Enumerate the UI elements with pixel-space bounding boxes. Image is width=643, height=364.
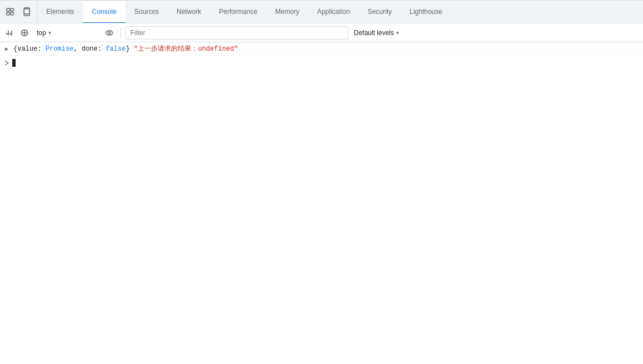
tab-application[interactable]: Application — [308, 1, 359, 23]
console-prompt-icon — [2, 57, 11, 68]
svg-rect-1 — [7, 12, 9, 15]
context-selector[interactable]: top ▾ — [33, 26, 100, 40]
svg-point-10 — [106, 31, 113, 35]
tab-security[interactable]: Security — [359, 1, 401, 23]
inspect-element-button[interactable] — [2, 4, 18, 19]
tab-elements[interactable]: Elements — [37, 1, 83, 23]
tab-memory[interactable]: Memory — [266, 1, 308, 23]
svg-rect-2 — [11, 8, 13, 11]
levels-chevron-icon: ▾ — [396, 30, 399, 36]
svg-rect-0 — [7, 8, 9, 11]
toolbar-icons — [0, 1, 37, 23]
tab-lighthouse[interactable]: Lighthouse — [401, 1, 451, 23]
svg-rect-3 — [11, 12, 13, 15]
console-output: ▶ {value: Promise, done: false} "上一步请求的结… — [0, 42, 643, 364]
device-toggle-button[interactable] — [19, 4, 35, 19]
live-expressions-button[interactable] — [103, 26, 116, 40]
svg-point-11 — [108, 32, 110, 34]
secondary-toolbar: top ▾ Default levels ▾ — [0, 23, 643, 42]
tabs-list: Elements Console Sources Network Perform… — [37, 1, 451, 23]
console-input-line[interactable] — [0, 56, 643, 70]
tab-network[interactable]: Network — [168, 1, 210, 23]
console-cursor — [12, 59, 16, 67]
clear-console-button[interactable] — [18, 26, 31, 40]
tabs-bar: Elements Console Sources Network Perform… — [0, 1, 643, 23]
devtools-panel: Elements Console Sources Network Perform… — [0, 0, 643, 364]
filter-input[interactable] — [125, 26, 348, 40]
console-log-entry: ▶ {value: Promise, done: false} "上一步请求的结… — [0, 42, 643, 56]
toolbar-divider — [120, 28, 121, 38]
step-over-button[interactable] — [2, 26, 16, 40]
levels-selector[interactable]: Default levels ▾ — [350, 26, 402, 40]
context-chevron-icon: ▾ — [48, 30, 51, 36]
expand-arrow-icon[interactable]: ▶ — [2, 43, 11, 55]
console-message: {value: Promise, done: false} "上一步请求的结果：… — [11, 43, 643, 55]
tab-performance[interactable]: Performance — [210, 1, 266, 23]
tab-sources[interactable]: Sources — [125, 1, 168, 23]
tab-console[interactable]: Console — [83, 1, 125, 23]
